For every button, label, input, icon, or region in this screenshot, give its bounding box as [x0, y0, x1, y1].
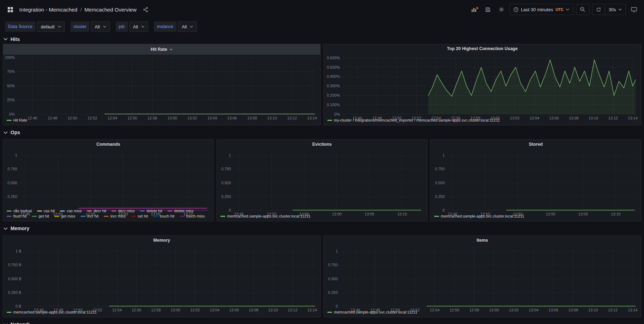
- items-chart[interactable]: 00.2500.5000.750112:4612:4812:5012:5212:…: [324, 245, 641, 309]
- legend-item[interactable]: incr miss: [104, 214, 125, 218]
- hit-rate-chart[interactable]: 0%25%50%75%100%12:4612:4812:5012:5212:54…: [3, 55, 320, 117]
- legend-swatch: [104, 216, 109, 217]
- legend-item[interactable]: my-cluster / integrations/memcached_expo…: [327, 118, 500, 122]
- chevron-down-icon: [103, 26, 106, 28]
- variable-value-dropdown[interactable]: All: [178, 21, 197, 32]
- stored-chart[interactable]: 00.2500.5000.750112:4512:5012:5513:0013:…: [431, 149, 641, 213]
- chart-canvas[interactable]: 00.2500.5000.750112:4512:5012:5513:0013:…: [217, 149, 427, 217]
- panel-stored: Stored 00.2500.5000.750112:4512:5012:551…: [430, 139, 641, 221]
- legend-label: decr hit: [94, 209, 106, 213]
- evictions-chart[interactable]: 00.2500.5000.750112:4512:5012:5513:0013:…: [217, 149, 427, 213]
- panel-menu-items[interactable]: Items: [324, 236, 641, 245]
- legend-swatch: [220, 216, 225, 217]
- panel-items: Items 00.2500.5000.750112:4612:4812:5012…: [323, 235, 641, 317]
- breadcrumb-section[interactable]: Integration - Memcached: [19, 7, 77, 13]
- row-title: Memory: [11, 226, 29, 231]
- chart-canvas[interactable]: 00.2500.5000.750112:4612:4812:5012:5212:…: [324, 245, 641, 313]
- svg-text:0.750: 0.750: [328, 263, 338, 267]
- legend-item[interactable]: touch hit: [153, 214, 174, 218]
- variable-value-dropdown[interactable]: All: [129, 21, 148, 32]
- time-range-picker[interactable]: Last 30 minutes UTC: [509, 4, 573, 15]
- legend-item[interactable]: cas badval: [7, 209, 32, 213]
- legend-item[interactable]: get hit: [32, 214, 49, 218]
- legend-item[interactable]: decr hit: [87, 209, 106, 213]
- svg-text:0%: 0%: [9, 112, 15, 116]
- svg-text:1: 1: [15, 153, 17, 157]
- monitor-icon: [631, 7, 637, 12]
- row-header-network[interactable]: Network: [0, 317, 644, 324]
- legend-item[interactable]: memcached.sample-apps.svc.cluster.local:…: [7, 310, 97, 314]
- chart-canvas[interactable]: 00.2500.5000.750112:4512:5012:5513:0013:…: [3, 149, 213, 217]
- dashboard-settings-button[interactable]: [496, 4, 507, 15]
- svg-text:0.250: 0.250: [221, 194, 231, 199]
- legend-item[interactable]: cas miss: [60, 209, 82, 213]
- legend-item[interactable]: memcached.sample-apps.svc.cluster.local:…: [327, 310, 417, 314]
- row-ops-panels: Commands 00.2500.5000.750112:4512:5012:5…: [0, 139, 644, 221]
- panel-menu-memory[interactable]: Memory: [3, 236, 320, 245]
- add-panel-button[interactable]: [470, 4, 480, 15]
- refresh-interval-select[interactable]: 30s: [605, 4, 625, 15]
- memory-chart[interactable]: 0 B0.250 B0.500 B0.750 B1 B12:4612:4812:…: [3, 245, 320, 309]
- panel-top20-connection-usage: Top 20 Highest Connection Usage 0%0.100%…: [323, 44, 641, 125]
- svg-text:0.250: 0.250: [435, 194, 445, 199]
- chart-canvas[interactable]: 0 B0.250 B0.500 B0.750 B1 B12:4612:4812:…: [3, 245, 320, 313]
- panel-menu-hit-rate[interactable]: Hit Rate: [3, 44, 320, 55]
- variable-job: job All: [116, 21, 148, 32]
- tv-mode-button[interactable]: [629, 4, 639, 15]
- legend-swatch: [140, 211, 145, 212]
- legend-item[interactable]: cas hit: [37, 209, 55, 213]
- legend-item[interactable]: touch miss: [180, 214, 205, 218]
- zoom-out-button[interactable]: [576, 4, 589, 15]
- variable-selected-value: All: [95, 24, 100, 29]
- row-header-memory[interactable]: Memory: [0, 221, 644, 235]
- legend-item[interactable]: incr hit: [81, 214, 98, 218]
- chevron-down-icon: [4, 38, 8, 40]
- svg-text:0.300%: 0.300%: [327, 84, 340, 88]
- apps-menu-button[interactable]: [5, 4, 15, 15]
- row-header-ops[interactable]: Ops: [0, 125, 644, 139]
- variable-selected-value: default: [41, 24, 54, 29]
- svg-text:1: 1: [443, 153, 445, 157]
- variable-value-dropdown[interactable]: default: [37, 21, 64, 32]
- legend-item[interactable]: delete hit: [140, 209, 162, 213]
- refresh-button[interactable]: [592, 4, 605, 15]
- legend-item[interactable]: flush hit: [7, 214, 27, 218]
- save-dashboard-button[interactable]: [483, 4, 493, 15]
- top20-connection-usage-chart[interactable]: 0%0.100%0.200%0.300%0.400%0.500%0.600%12…: [324, 53, 641, 117]
- row-header-hits[interactable]: Hits: [0, 34, 644, 44]
- legend-label: Hit Rate: [13, 118, 27, 122]
- panel-memory: Memory 0 B0.250 B0.500 B0.750 B1 B12:461…: [3, 235, 321, 317]
- panel-menu-top20[interactable]: Top 20 Highest Connection Usage: [324, 44, 641, 53]
- legend-item[interactable]: decr miss: [111, 209, 135, 213]
- share-dashboard-button[interactable]: [140, 4, 151, 15]
- breadcrumb-separator: /: [80, 7, 82, 13]
- legend-item[interactable]: set hit: [131, 214, 148, 218]
- row-title: Hits: [11, 36, 20, 42]
- legend-item[interactable]: get miss: [54, 214, 75, 218]
- chart-canvas[interactable]: 0%0.100%0.200%0.300%0.400%0.500%0.600%12…: [324, 53, 641, 121]
- panel-title: Memory: [153, 238, 170, 243]
- legend-item[interactable]: delete miss: [167, 209, 194, 213]
- share-icon: [143, 7, 148, 12]
- chart-canvas[interactable]: 00.2500.5000.750112:4512:5012:5513:0013:…: [431, 149, 641, 217]
- panel-evictions: Evictions 00.2500.5000.750112:4512:5012:…: [217, 139, 427, 221]
- legend-label: delete hit: [146, 209, 162, 213]
- panel-title: Top 20 Highest Connection Usage: [447, 46, 518, 51]
- svg-text:0.250 B: 0.250 B: [8, 290, 21, 295]
- chevron-down-icon: [4, 227, 8, 230]
- commands-chart[interactable]: 00.2500.5000.750112:4512:5012:5513:0013:…: [3, 149, 213, 208]
- legend-item[interactable]: memcached.sample-apps.svc.cluster.local:…: [434, 214, 524, 218]
- legend-item[interactable]: memcached.sample-apps.svc.cluster.local:…: [220, 214, 310, 218]
- legend-item[interactable]: Hit Rate: [7, 118, 27, 122]
- panel-menu-evictions[interactable]: Evictions: [217, 140, 427, 149]
- apps-grid-icon: [7, 7, 13, 13]
- chevron-down-icon: [58, 26, 61, 28]
- legend-swatch: [37, 211, 42, 212]
- variable-value-dropdown[interactable]: All: [91, 21, 110, 32]
- top20-legend: my-cluster / integrations/memcached_expo…: [324, 117, 641, 125]
- chart-canvas[interactable]: 0%25%50%75%100%12:4612:4812:5012:5212:54…: [3, 55, 320, 121]
- panel-menu-commands[interactable]: Commands: [3, 140, 213, 149]
- svg-text:1: 1: [229, 153, 231, 157]
- gear-icon: [499, 7, 504, 12]
- panel-menu-stored[interactable]: Stored: [431, 140, 641, 149]
